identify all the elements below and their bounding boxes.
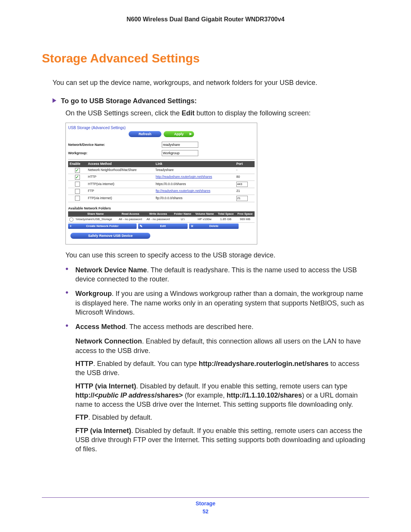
enable-checkbox[interactable] (75, 196, 80, 201)
folder-name: U:\ (172, 217, 193, 223)
link-cell[interactable]: ftp://readyshare.routerlogin.net/shares (154, 188, 235, 195)
access-row: FTPftp://readyshare.routerlogin.net/shar… (68, 188, 255, 195)
create-folder-button[interactable]: +Create Network Folder (68, 224, 137, 229)
folder-free: 989 MB (236, 217, 255, 223)
method-cell: HTTP(via internet) (86, 181, 154, 188)
port-input[interactable] (236, 196, 248, 201)
s2-bold: http://readyshare.routerlogin.net/shares (199, 360, 328, 367)
col-total: Total Space (216, 211, 236, 217)
s3-a: . Disabled by default. If you enable thi… (136, 382, 347, 390)
enable-checkbox[interactable] (75, 189, 80, 194)
sub-network-connection: Network Connection. Enabled by default, … (75, 337, 369, 355)
apply-arrow-icon: ▶ (190, 132, 192, 136)
footer-page: 52 (42, 508, 369, 515)
b2-title: Workgroup (75, 290, 112, 297)
port-cell: 80 (235, 174, 255, 181)
intro-text: You can set up the device name, workgrou… (53, 78, 369, 87)
workgroup-label: Workgroup: (68, 151, 162, 155)
folder-radio[interactable] (69, 217, 73, 222)
access-row: Network Neighborhood/MacShare\\readyshar… (68, 167, 255, 174)
step-instruction: On the USB Settings screen, click the Ed… (65, 109, 369, 118)
folder-share: \\readyshare\USB_Storage (75, 217, 116, 223)
step-post: button to display the following screen: (194, 109, 311, 117)
link-cell: https://0.0.0.0/shares (154, 181, 235, 188)
section-title: Storage Advanced Settings (42, 50, 369, 67)
safe-remove-button[interactable]: Safely Remove USB Device (70, 233, 150, 239)
shot-title: USB Storage (Advanced Settings) (68, 125, 255, 131)
doc-header: N600 Wireless Dual Band Gigabit Router W… (42, 15, 369, 24)
s4-t: FTP (75, 414, 88, 421)
port-cell: - (235, 167, 255, 174)
workgroup-row: Workgroup: (68, 150, 255, 156)
sub-http: HTTP. Enabled by default. You can type h… (75, 359, 369, 378)
s1-t: Network Connection (75, 337, 142, 345)
step-bullet: To go to USB Storage Advanced Settings: (53, 96, 369, 105)
folder-write: All - no password (144, 217, 172, 223)
col-vol: Volume Name (193, 211, 216, 217)
workgroup-input[interactable] (162, 150, 198, 156)
step-pre: On the USB Settings screen, click the (65, 109, 182, 117)
col-folder: Folder Name (172, 211, 193, 217)
device-name-input[interactable] (162, 142, 198, 148)
method-cell: Network Neighborhood/MacShare (86, 167, 154, 174)
device-name-row: Network/Device Name: (68, 142, 255, 148)
port-cell (235, 181, 255, 188)
method-cell: FTP (86, 188, 154, 195)
col-enable: Enable (68, 161, 86, 167)
enable-checkbox[interactable] (75, 175, 80, 180)
col-free: Free Space (236, 211, 255, 217)
s3-c: public IP address (99, 391, 155, 399)
col-write: Write Access (144, 211, 172, 217)
page-footer: Storage 52 (42, 497, 369, 515)
b1-title: Network Device Name (75, 266, 147, 274)
col-method: Access Method (86, 161, 154, 167)
sub-ftp: FTP. Disabled by default. (75, 413, 369, 422)
after-shot-text: You can use this screen to specify acces… (65, 251, 369, 260)
s5-t: FTP (via Internet) (75, 427, 131, 435)
pencil-icon: ✎ (140, 224, 143, 228)
folder-read: All - no password (116, 217, 144, 223)
edit-folder-button[interactable]: ✎Edit (138, 224, 188, 229)
apply-button[interactable]: Apply▶ (164, 131, 194, 137)
s3-e: (for example, (183, 391, 226, 399)
s3-t: HTTP (via Internet) (75, 382, 136, 390)
link-cell: \\readyshare (154, 167, 235, 174)
port-cell (235, 195, 255, 202)
access-row: FTP(via internet)ftp://0.0.0.0/shares (68, 195, 255, 202)
divider (68, 159, 255, 160)
apply-label: Apply (174, 132, 183, 136)
step-bold: Edit (182, 109, 194, 117)
enable-checkbox[interactable] (75, 168, 80, 173)
link-cell[interactable]: http://readyshare.routerlogin.net/shares (154, 174, 235, 181)
link-cell: ftp://0.0.0.0/shares (154, 195, 235, 202)
s3-f: http://1.1.10.102/shares (227, 391, 302, 399)
s2-t: HTTP (75, 360, 93, 367)
folder-total: 1.85 GB (216, 217, 236, 223)
delete-folder-button[interactable]: ✕Delete (189, 224, 239, 229)
enable-checkbox[interactable] (75, 182, 80, 187)
col-port: Port (235, 161, 255, 167)
edit-label: Edit (160, 224, 166, 228)
method-cell: FTP(via internet) (86, 195, 154, 202)
s3-d: /shares> (155, 391, 183, 399)
b3-title: Access Method (75, 323, 126, 331)
settings-screenshot: USB Storage (Advanced Settings) Refresh … (65, 123, 257, 245)
bullet-device-name: Network Device Name. The default is read… (65, 265, 369, 284)
access-table: Enable Access Method Link Port Network N… (68, 161, 255, 202)
create-label: Create Network Folder (86, 224, 118, 228)
s3-b: http://< (75, 391, 99, 399)
port-input[interactable] (236, 182, 248, 187)
col-share: Share Name (75, 211, 116, 217)
access-row: HTTPhttp://readyshare.routerlogin.net/sh… (68, 174, 255, 181)
s4-b: . Disabled by default. (88, 414, 152, 421)
refresh-button[interactable]: Refresh (129, 131, 161, 137)
step-heading: To go to USB Storage Advanced Settings: (61, 96, 197, 105)
bullet-access-method: Access Method. The access methods are de… (65, 322, 369, 331)
access-row: HTTP(via internet)https://0.0.0.0/shares (68, 181, 255, 188)
available-folders-label: Available Network Folders (68, 206, 255, 211)
method-cell: HTTP (86, 174, 154, 181)
folder-vol: HP v100w (193, 217, 216, 223)
delete-label: Delete (209, 224, 218, 228)
col-read: Read Access (116, 211, 144, 217)
triangle-icon (53, 98, 56, 103)
